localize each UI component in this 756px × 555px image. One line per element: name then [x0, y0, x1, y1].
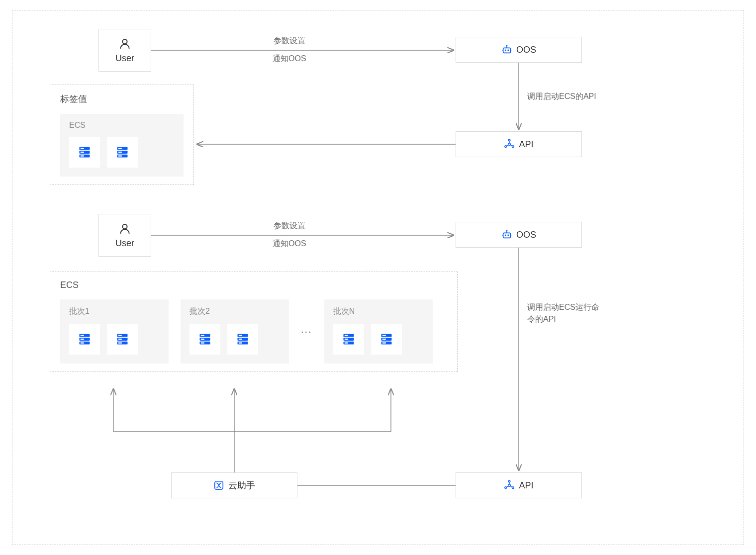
server-tile: [333, 324, 364, 355]
api-node-1: API: [456, 131, 582, 157]
label-call-ecs-api-1: 调用启动ECS的API: [527, 92, 596, 102]
assistant-label: 云助手: [228, 479, 255, 491]
batch-1: 批次1: [60, 299, 169, 364]
label-notify-2: 通知OOS: [273, 239, 306, 249]
user-label-2: User: [115, 238, 134, 249]
user-label-1: User: [115, 53, 134, 64]
api-node-2: API: [456, 472, 582, 498]
server-tile: [189, 324, 220, 355]
ecs-title: ECS: [60, 280, 447, 290]
tag-values-box: 标签值 ECS: [50, 85, 194, 185]
oos-node-1: OOS: [456, 37, 582, 63]
ecs-box: ECS 批次1 批次2 ··· 批次N: [50, 272, 458, 372]
assistant-node: 云助手: [171, 472, 297, 498]
label-call-ecs-api-2: 调用启动ECS运行命令的API: [527, 301, 607, 325]
server-tile: [69, 324, 100, 355]
label-params-1: 参数设置: [274, 36, 305, 46]
robot-icon: [501, 44, 512, 55]
server-icon: [78, 145, 92, 159]
oos-node-2: OOS: [456, 222, 582, 248]
api-label-1: API: [519, 139, 533, 150]
oos-label-2: OOS: [516, 230, 536, 240]
api-icon: [504, 139, 515, 150]
api-label-2: API: [519, 480, 533, 491]
server-icon: [78, 332, 92, 346]
batch-n: 批次N: [324, 299, 433, 364]
user-icon: [118, 222, 131, 235]
server-icon: [198, 332, 212, 346]
batch1-label: 批次1: [69, 306, 160, 317]
oos-label-1: OOS: [516, 45, 536, 55]
tag-values-panel: ECS: [60, 114, 184, 177]
robot-icon: [501, 229, 512, 240]
user-icon: [118, 37, 131, 50]
server-icon: [379, 332, 393, 346]
batch2-label: 批次2: [189, 306, 280, 317]
server-icon: [115, 145, 129, 159]
batchN-label: 批次N: [333, 306, 424, 317]
server-tile: [227, 324, 258, 355]
server-tile: [107, 324, 138, 355]
user-node-1: User: [98, 29, 151, 72]
tag-values-title: 标签值: [60, 93, 184, 105]
tag-values-sub: ECS: [69, 121, 175, 130]
batch-2: 批次2: [181, 299, 289, 364]
assistant-icon: [213, 480, 224, 491]
label-params-2: 参数设置: [274, 221, 305, 231]
user-node-2: User: [98, 214, 151, 257]
server-icon: [115, 332, 129, 346]
label-notify-1: 通知OOS: [273, 54, 306, 64]
server-tile: [69, 137, 100, 168]
server-tile: [107, 137, 138, 168]
server-tile: [371, 324, 402, 355]
server-icon: [342, 332, 356, 346]
api-icon: [504, 480, 515, 491]
server-icon: [236, 332, 250, 346]
batch-ellipsis: ···: [301, 326, 312, 337]
